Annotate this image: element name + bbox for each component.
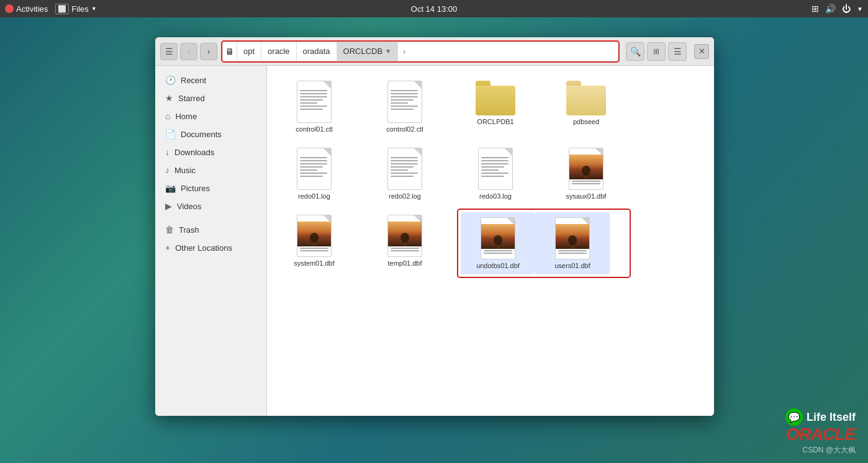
home-icon: ⌂ <box>165 111 170 121</box>
sidebar-item-recent[interactable]: 🕐 Recent <box>158 71 264 89</box>
list-item[interactable]: redo02.log <box>368 143 442 205</box>
view-options-icon: ⊞ <box>653 47 659 56</box>
sidebar-item-music[interactable]: ♪ Music <box>158 161 264 179</box>
list-item[interactable]: users01.dbf <box>535 212 610 274</box>
sidebar-item-other-locations[interactable]: + Other Locations <box>158 239 264 256</box>
list-item[interactable]: undotbs01.dbf <box>461 212 535 274</box>
file-label: redo02.log <box>389 192 421 200</box>
sidebar-toggle-icon: ☰ <box>165 47 173 56</box>
list-item[interactable]: control02.ctl <box>368 76 442 138</box>
breadcrumb-oradata[interactable]: oradata <box>297 42 337 61</box>
list-item[interactable]: redo03.log <box>458 143 533 205</box>
doc-line <box>300 163 327 164</box>
oracle-text: ORACLE <box>786 425 856 444</box>
list-item[interactable]: control01.ctl <box>277 76 351 138</box>
list-item[interactable]: ORCLPDB1 <box>458 76 533 138</box>
doc-line <box>300 102 317 104</box>
list-item[interactable]: temp01.dbf <box>368 210 442 277</box>
file-label: undotbs01.dbf <box>476 262 520 269</box>
sidebar-item-documents[interactable]: 📄 Documents <box>158 125 264 143</box>
pictures-icon: 📷 <box>165 183 176 193</box>
list-item[interactable]: system01.dbf <box>277 210 351 277</box>
app-name-label: Life Itself <box>807 411 856 424</box>
videos-icon: ▶ <box>165 201 172 211</box>
dbf-file-icon <box>555 217 590 259</box>
wechat-area: 💬 Life Itself <box>785 408 856 426</box>
dbf-file-icon <box>387 215 422 257</box>
starred-label: Starred <box>178 94 205 103</box>
starred-icon: ★ <box>165 93 173 103</box>
close-icon: ✕ <box>698 47 705 56</box>
breadcrumb-oracle[interactable]: oracle <box>261 42 296 61</box>
sidebar-toggle-button[interactable]: ☰ <box>160 43 178 60</box>
file-label: system01.dbf <box>294 259 334 267</box>
volume-icon[interactable]: 🔊 <box>825 4 836 14</box>
menu-icon: ☰ <box>674 47 682 56</box>
doc-line <box>391 166 414 168</box>
activities-button[interactable]: Activities <box>5 4 48 14</box>
list-item[interactable]: pdbseed <box>549 76 623 138</box>
back-button[interactable]: ‹ <box>180 43 197 60</box>
sidebar-item-videos[interactable]: ▶ Videos <box>158 197 264 215</box>
file-label: pdbseed <box>573 118 599 125</box>
sidebar-item-starred[interactable]: ★ Starred <box>158 89 264 107</box>
file-label: control01.ctl <box>296 125 332 133</box>
dbf-thumbnail <box>569 155 603 179</box>
recent-label: Recent <box>181 76 206 85</box>
close-button[interactable]: ✕ <box>694 44 709 59</box>
sidebar-item-downloads[interactable]: ↓ Downloads <box>158 143 264 161</box>
csdn-label: CSDN @大大枫 <box>802 446 856 454</box>
files-menu[interactable]: ⬜ Files ▼ <box>55 4 96 14</box>
file-grid: control01.ctl cont <box>277 76 704 277</box>
breadcrumb-opt-label: opt <box>243 47 255 56</box>
doc-line <box>300 90 327 91</box>
list-item[interactable]: redo01.log <box>277 143 351 205</box>
doc-line <box>481 166 504 168</box>
dbf-line <box>558 250 587 251</box>
recent-icon: 🕐 <box>165 75 176 85</box>
file-label: temp01.dbf <box>387 259 422 267</box>
power-icon[interactable]: ⏻ <box>842 4 851 14</box>
breadcrumb-orclcdb-label: ORCLCDB <box>343 47 383 56</box>
forward-button[interactable]: › <box>200 43 217 60</box>
folder-icon-light <box>566 81 606 115</box>
dbf-file-icon <box>297 215 332 257</box>
breadcrumb-orclcdb[interactable]: ORCLCDB ▼ <box>337 42 398 61</box>
doc-line <box>300 176 323 177</box>
dbf-line <box>558 253 587 254</box>
doc-line <box>391 163 418 164</box>
search-button[interactable]: 🔍 <box>626 42 644 61</box>
view-options-button[interactable]: ⊞ <box>647 42 666 61</box>
dbf-line <box>391 250 419 251</box>
sidebar-item-home[interactable]: ⌂ Home <box>158 107 264 125</box>
music-label: Music <box>174 166 196 175</box>
doc-line <box>391 90 418 91</box>
menu-button[interactable]: ☰ <box>668 42 687 61</box>
dropdown-icon[interactable]: ▼ <box>857 6 863 12</box>
doc-line <box>391 102 408 104</box>
doc-line <box>391 93 418 94</box>
drive-icon-item[interactable]: 🖥 <box>223 42 237 61</box>
dbf-line <box>300 250 328 251</box>
breadcrumb-opt[interactable]: opt <box>237 42 261 61</box>
log-file-icon <box>387 148 422 190</box>
doc-line <box>481 157 509 158</box>
file-label: users01.dbf <box>554 262 590 269</box>
sidebar-item-trash[interactable]: 🗑 Trash <box>158 221 264 238</box>
doc-line <box>391 96 418 97</box>
network-icon[interactable]: ⊞ <box>811 4 819 14</box>
log-file-icon <box>297 148 332 190</box>
doc-line <box>481 160 509 161</box>
breadcrumb-oracle-label: oracle <box>268 47 289 56</box>
breadcrumb-wrapper: 🖥 opt oracle oradata ORCLCDB ▼ › <box>222 42 618 61</box>
file-manager-window: ☰ ‹ › 🖥 opt oracle oradata <box>155 37 714 416</box>
dbf-line <box>572 181 600 182</box>
list-item[interactable]: sysaux01.dbf <box>549 143 623 205</box>
other-locations-icon: + <box>165 243 170 253</box>
svg-point-1 <box>582 166 590 176</box>
doc-line <box>300 157 327 158</box>
breadcrumb-next-icon[interactable]: › <box>398 42 410 61</box>
trash-label: Trash <box>179 225 199 235</box>
sidebar-item-pictures[interactable]: 📷 Pictures <box>158 179 264 197</box>
log-file-icon <box>478 148 513 190</box>
